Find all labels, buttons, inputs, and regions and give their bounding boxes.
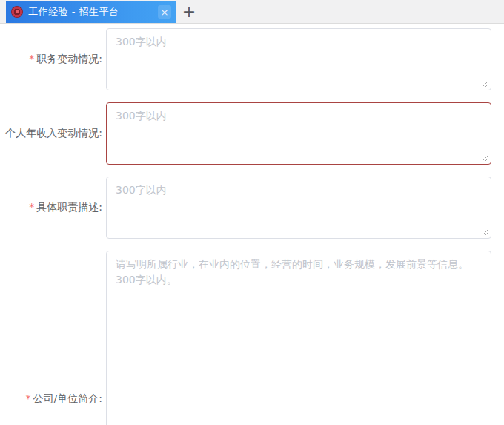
new-tab-button[interactable]: + [176,0,202,23]
income-change-textarea[interactable] [106,102,491,165]
textarea-wrapper [106,251,491,425]
field-label: *职务变动情况: [0,52,106,67]
field-label: *个人年收入变动情况: [0,126,106,141]
field-label-text: 具体职责描述: [36,201,102,213]
textarea-wrapper [106,177,491,239]
required-asterisk: * [29,53,34,65]
textarea-wrapper [106,102,491,165]
tab-close-icon[interactable]: × [158,5,171,19]
site-favicon-icon [11,6,23,18]
field-label: *公司/单位简介: [0,392,106,406]
form-field-row: *公司/单位简介: [0,251,504,425]
required-asterisk: * [29,201,34,213]
tab-title: 工作经验 - 招生平台 [28,5,153,19]
required-asterisk: * [26,392,31,404]
field-label-text: 职务变动情况: [36,53,102,65]
form-field-row: *具体职责描述: [0,177,504,239]
textarea-wrapper [106,28,491,90]
field-label: *具体职责描述: [0,200,106,215]
form-field-row: *职务变动情况: [0,28,504,90]
browser-tab-bar: 工作经验 - 招生平台 × + [0,0,504,24]
field-label-text: 公司/单位简介: [33,392,102,404]
company-profile-textarea[interactable] [106,251,491,425]
form-field-row: *个人年收入变动情况: [0,102,504,165]
active-tab[interactable]: 工作经验 - 招生平台 × [6,1,176,23]
position-change-textarea[interactable] [106,28,491,90]
work-experience-form: *职务变动情况: *个人年收入变动情况: *具体职责描述: *公司/单位简介: [0,24,504,425]
job-duties-textarea[interactable] [106,177,491,239]
field-label-text: 个人年收入变动情况: [5,127,102,139]
